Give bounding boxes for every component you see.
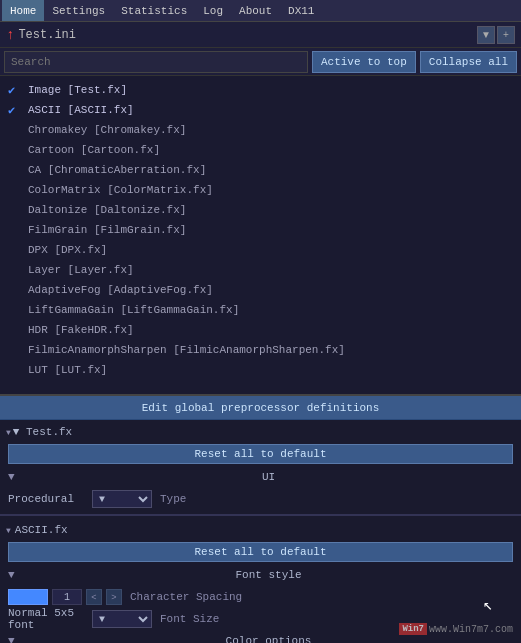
effect-item-ascii[interactable]: ✔ ASCII [ASCII.fx]: [0, 100, 521, 120]
character-spacing-label: Character Spacing: [130, 591, 242, 603]
effect-item-liftgammagain[interactable]: LiftGammaGain [LiftGammaGain.fx]: [0, 300, 521, 320]
test-fx-type-row: Procedural ▼ Type: [0, 488, 521, 510]
properties-panel: Edit global preprocessor definitions ▼ ▼…: [0, 396, 521, 643]
dropdown-button[interactable]: ▼: [477, 26, 495, 44]
effect-label: HDR [FakeHDR.fx]: [28, 324, 134, 336]
procedural-dropdown[interactable]: ▼: [92, 490, 152, 508]
menu-item-settings[interactable]: Settings: [44, 0, 113, 21]
effect-item-colormatrix[interactable]: ColorMatrix [ColorMatrix.fx]: [0, 180, 521, 200]
effect-label: Cartoon [Cartoon.fx]: [28, 144, 160, 156]
title-bar: ↑ Test.ini ▼ +: [0, 22, 521, 48]
normal-font-label: Normal 5x5 font: [8, 607, 88, 631]
test-fx-section: ▼ ▼ Test.fx Reset all to default ▼ UI Pr…: [0, 420, 521, 512]
character-spacing-input[interactable]: [52, 589, 82, 605]
next-button[interactable]: >: [106, 589, 122, 605]
ascii-font-style-row: ▼ Font style: [0, 564, 521, 586]
color-options-label: Color options: [24, 635, 513, 643]
menu-item-statistics[interactable]: Statistics: [113, 0, 195, 21]
effect-item-hdr[interactable]: HDR [FakeHDR.fx]: [0, 320, 521, 340]
search-input[interactable]: [4, 51, 308, 73]
effect-item-cartoon[interactable]: Cartoon [Cartoon.fx]: [0, 140, 521, 160]
effect-item-ca[interactable]: CA [ChromaticAberration.fx]: [0, 160, 521, 180]
effect-list: ✔ Image [Test.fx] ✔ ASCII [ASCII.fx] Chr…: [0, 76, 521, 396]
font-style-label: Font style: [24, 569, 513, 581]
effect-item-layer[interactable]: Layer [Layer.fx]: [0, 260, 521, 280]
active-to-top-button[interactable]: Active to top: [312, 51, 416, 73]
ascii-fx-label: ASCII.fx: [15, 524, 68, 536]
triangle-color-icon: ▼: [8, 635, 20, 643]
triangle-font-icon: ▼: [8, 569, 20, 581]
menu-item-home[interactable]: Home: [2, 0, 44, 21]
effect-label: Daltonize [Daltonize.fx]: [28, 204, 186, 216]
procedural-label: Procedural: [8, 493, 88, 505]
menu-bar: Home Settings Statistics Log About DX11: [0, 0, 521, 22]
triangle-small-icon: ▼: [8, 471, 20, 483]
red-arrow-icon: ↑: [6, 27, 14, 43]
triangle-icon: ▼: [6, 428, 11, 437]
menu-item-dx11[interactable]: DX11: [280, 0, 322, 21]
type-label: Type: [160, 493, 186, 505]
effect-label: FilmicAnamorphSharpen [FilmicAnamorphSha…: [28, 344, 345, 356]
effect-item-daltonize[interactable]: Daltonize [Daltonize.fx]: [0, 200, 521, 220]
menu-item-about[interactable]: About: [231, 0, 280, 21]
effect-item-chromakey[interactable]: Chromakey [Chromakey.fx]: [0, 120, 521, 140]
effect-item-image[interactable]: ✔ Image [Test.fx]: [0, 80, 521, 100]
ascii-fx-reset-button[interactable]: Reset all to default: [8, 542, 513, 562]
ui-value-label: UI: [24, 471, 513, 483]
effect-label: CA [ChromaticAberration.fx]: [28, 164, 206, 176]
filename-label: Test.ini: [18, 28, 477, 42]
effect-label: ASCII [ASCII.fx]: [28, 104, 134, 116]
panel-header-label: Edit global preprocessor definitions: [142, 402, 380, 414]
test-fx-label: ▼ Test.fx: [13, 426, 72, 438]
font-size-label: Font Size: [160, 613, 219, 625]
watermark: Win7 www.Win7m7.com: [399, 623, 513, 635]
watermark-site: www.Win7m7.com: [429, 624, 513, 635]
test-fx-ui-row: ▼ UI: [0, 466, 521, 488]
prev-button[interactable]: <: [86, 589, 102, 605]
effect-item-lut[interactable]: LUT [LUT.fx]: [0, 360, 521, 380]
effect-label: LiftGammaGain [LiftGammaGain.fx]: [28, 304, 239, 316]
effect-item-adaptivefog[interactable]: AdaptiveFog [AdaptiveFog.fx]: [0, 280, 521, 300]
font-size-dropdown[interactable]: ▼: [92, 610, 152, 628]
add-button[interactable]: +: [497, 26, 515, 44]
test-fx-header[interactable]: ▼ ▼ Test.fx: [0, 422, 521, 442]
character-spacing-row: < > Character Spacing: [0, 586, 521, 608]
effect-label: Chromakey [Chromakey.fx]: [28, 124, 186, 136]
cursor-icon: ↖: [483, 595, 493, 615]
color-swatch-blue[interactable]: [8, 589, 48, 605]
collapse-all-button[interactable]: Collapse all: [420, 51, 517, 73]
win-badge: Win7: [399, 623, 427, 635]
ascii-fx-header[interactable]: ▼ ASCII.fx: [0, 520, 521, 540]
checkmark-icon: ✔: [8, 83, 22, 98]
effect-label: ColorMatrix [ColorMatrix.fx]: [28, 184, 213, 196]
title-controls: ▼ +: [477, 26, 515, 44]
effect-item-dpx[interactable]: DPX [DPX.fx]: [0, 240, 521, 260]
search-bar: Active to top Collapse all: [0, 48, 521, 76]
effect-label: LUT [LUT.fx]: [28, 364, 107, 376]
effect-label: Image [Test.fx]: [28, 84, 127, 96]
checkmark-icon: ✔: [8, 103, 22, 118]
menu-item-log[interactable]: Log: [195, 0, 231, 21]
effect-item-filmicamorph[interactable]: FilmicAnamorphSharpen [FilmicAnamorphSha…: [0, 340, 521, 360]
effect-label: DPX [DPX.fx]: [28, 244, 107, 256]
test-fx-reset-button[interactable]: Reset all to default: [8, 444, 513, 464]
panel-header: Edit global preprocessor definitions: [0, 396, 521, 420]
triangle-icon-ascii: ▼: [6, 526, 11, 535]
effect-label: Layer [Layer.fx]: [28, 264, 134, 276]
effect-label: AdaptiveFog [AdaptiveFog.fx]: [28, 284, 213, 296]
effect-item-filmgrain[interactable]: FilmGrain [FilmGrain.fx]: [0, 220, 521, 240]
effect-label: FilmGrain [FilmGrain.fx]: [28, 224, 186, 236]
